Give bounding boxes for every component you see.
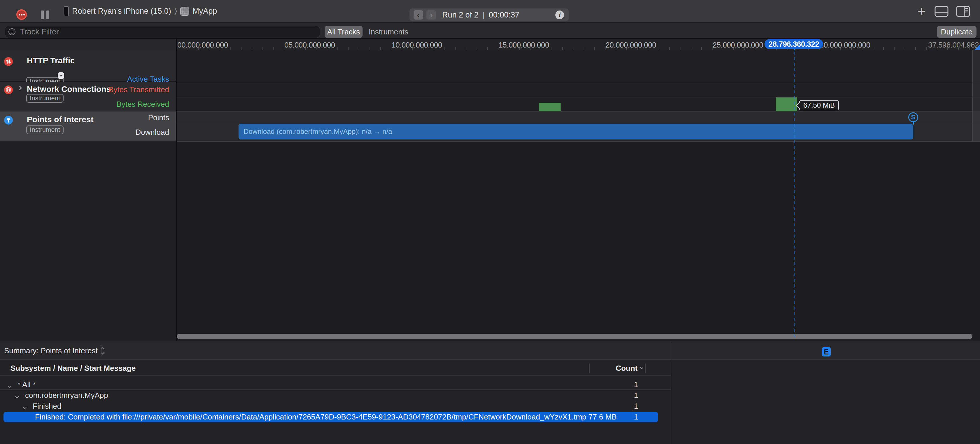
row-label: * All * — [18, 379, 36, 390]
ruler-tick — [937, 47, 937, 50]
lane-points[interactable] — [177, 111, 980, 123]
ruler-tick — [573, 47, 573, 50]
toggle-bottom-pane-button[interactable] — [934, 6, 948, 17]
lane-divider — [177, 123, 980, 123]
row-count: 1 — [634, 401, 638, 412]
duplicate-button[interactable]: Duplicate — [937, 25, 977, 38]
column-divider — [645, 363, 646, 373]
ruler-tick — [231, 47, 231, 50]
lane-bytes-received[interactable] — [177, 97, 980, 111]
run-navigator: ‹ › Run 2 of 2 | 00:00:37 i — [409, 8, 569, 21]
lane-divider — [177, 141, 980, 142]
add-instrument-button[interactable]: + — [915, 4, 929, 18]
track-row-network-connections[interactable]: Network Connections Instrument Bytes Tra… — [0, 82, 176, 111]
ruler-tick — [562, 47, 563, 50]
toolbar: Robert Ryan's iPhone (15.0) 〉 MyApp ‹ › … — [0, 0, 980, 22]
network-connections-icon — [4, 86, 13, 94]
track-filter-placeholder: Track Filter — [20, 27, 59, 37]
ruler-tick — [477, 47, 477, 50]
toggle-inspector-button[interactable] — [956, 6, 970, 17]
table-row[interactable]: com.robertmryan.MyApp 1 — [0, 390, 671, 401]
table-row-selected[interactable]: Finished: Completed with file:///private… — [0, 412, 671, 422]
pause-button[interactable] — [41, 11, 50, 19]
next-run-button[interactable]: › — [426, 10, 436, 19]
column-count[interactable]: Count — [616, 361, 643, 376]
lane-label-bytes-transmitted: Bytes Transmitted — [108, 85, 169, 94]
segment-instruments[interactable]: Instruments — [365, 25, 412, 38]
run-time: 00:00:37 — [489, 11, 519, 19]
table-header[interactable]: Subsystem / Name / Start Message Count — [0, 361, 671, 376]
app-name: MyApp — [192, 7, 217, 16]
track-title: Network Connections — [27, 84, 111, 94]
disclosure-chevron-down-icon[interactable] — [23, 404, 26, 410]
ruler-tick — [690, 47, 691, 50]
info-icon: i — [559, 11, 561, 19]
target-breadcrumb[interactable]: Robert Ryan's iPhone (15.0) 〉 MyApp — [64, 0, 217, 22]
disclosure-chevron-down-icon[interactable] — [16, 394, 18, 399]
table-row[interactable]: Finished 1 — [0, 401, 671, 412]
row-label: com.robertmryan.MyApp — [25, 390, 108, 401]
panel-divider[interactable] — [671, 341, 671, 444]
ruler-label: 05.000.000.000 — [285, 41, 335, 49]
disclosure-chevron-down-icon[interactable] — [8, 383, 11, 388]
ruler-tick — [273, 47, 274, 50]
info-button[interactable]: i — [555, 11, 564, 19]
toolbar-divider — [101, 345, 102, 356]
trace-end-time-label: 37.596.004.962 — [928, 41, 979, 49]
summary-selector[interactable]: Summary: Points of Interest — [4, 341, 104, 360]
sort-chevron-icon — [640, 366, 643, 369]
ruler-tick — [487, 47, 488, 50]
lane-divider — [177, 111, 980, 112]
track-sidebar: HTTP Traffic Instrument Active Tasks Net… — [0, 39, 176, 341]
horizontal-scrollbar-thumb[interactable] — [177, 334, 972, 339]
lane-active-tasks[interactable] — [177, 50, 980, 82]
track-row-http-traffic[interactable]: HTTP Traffic Instrument Active Tasks — [0, 50, 176, 82]
track-row-points-of-interest[interactable]: Points of Interest Instrument Points Dow… — [0, 111, 176, 141]
chevron-left-icon: ‹ — [417, 11, 420, 19]
ruler-tick — [241, 47, 242, 50]
ruler-tick — [359, 47, 360, 50]
track-filter-field[interactable]: Track Filter — [5, 25, 320, 38]
table-rows: * All * 1 com.robertmryan.MyApp 1 Finish… — [0, 379, 671, 422]
ruler-tick — [873, 47, 873, 50]
ruler-tick — [380, 47, 381, 50]
bottom-pane-icon — [934, 6, 948, 17]
inspector-pane-icon — [956, 6, 970, 17]
lane-label-bytes-received: Bytes Received — [116, 100, 169, 109]
ruler-label: 00.000.000.000 — [177, 41, 228, 49]
lane-divider — [177, 97, 980, 97]
segment-all-tracks[interactable]: All Tracks — [325, 25, 363, 38]
column-subsystem-name-start-message[interactable]: Subsystem / Name / Start Message — [11, 361, 135, 376]
lane-bytes-transmitted[interactable] — [177, 82, 980, 97]
summary-selector-label: Summary: Points of Interest — [4, 346, 98, 355]
signpost-marker[interactable]: S — [908, 112, 918, 122]
playhead-time-pill[interactable]: 28.796.360.322 — [764, 39, 823, 49]
ruler-tick — [969, 47, 969, 50]
download-span-bar[interactable]: Download (com.robertmryan.MyApp): n/a → … — [239, 124, 913, 140]
instruments-window: Robert Ryan's iPhone (15.0) 〉 MyApp ‹ › … — [0, 0, 980, 444]
table-row[interactable]: * All * 1 — [0, 379, 671, 390]
ruler-tick — [701, 47, 702, 50]
sidebar-ruler-spacer — [0, 39, 176, 50]
ruler-tick — [369, 47, 370, 50]
bytes-received-bar[interactable] — [539, 103, 560, 111]
badge-expand-button[interactable] — [58, 72, 64, 79]
device-name: Robert Ryan's iPhone (15.0) — [72, 7, 171, 16]
playhead-line[interactable] — [794, 46, 794, 339]
track-lanes-area[interactable] — [176, 39, 980, 341]
row-label: Finished — [33, 401, 61, 412]
ruler-tick — [262, 47, 263, 50]
instrument-badge: Instrument — [26, 126, 64, 134]
ruler-tick — [466, 47, 466, 50]
row-count: 1 — [634, 412, 638, 422]
previous-run-button[interactable]: ‹ — [414, 10, 423, 19]
record-button[interactable] — [16, 10, 27, 20]
ruler-tick — [584, 47, 584, 50]
chevron-down-icon — [59, 73, 62, 76]
ruler-tick — [958, 47, 959, 50]
run-label: Run 2 of 2 — [442, 11, 479, 19]
disclosure-chevron-right-icon[interactable] — [18, 86, 21, 91]
lane-label-download: Download — [135, 128, 169, 137]
iphone-icon — [64, 6, 69, 16]
event-detail-badge[interactable]: E — [822, 347, 830, 356]
